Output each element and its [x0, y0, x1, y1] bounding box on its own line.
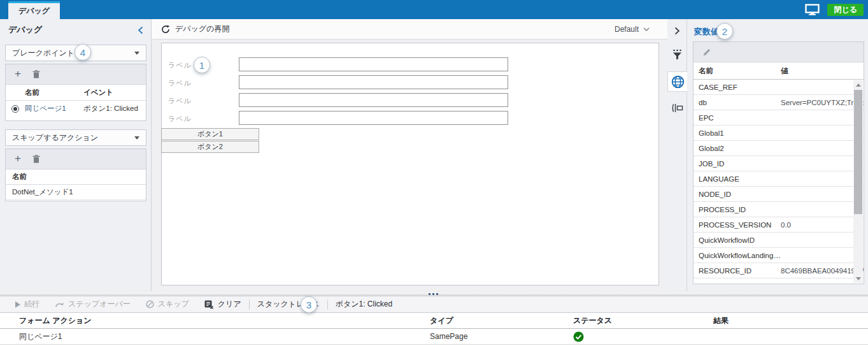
collapse-left-panel-icon[interactable] [138, 26, 143, 34]
scroll-up-icon[interactable] [853, 80, 863, 89]
continue-button[interactable]: 続行 [8, 296, 47, 312]
expand-right-panel-icon[interactable] [667, 24, 687, 38]
col-form-action: フォーム アクション [0, 315, 430, 326]
variables-table-header: 名前 値 [694, 62, 864, 80]
trace-toolbar: 続行 ステップオーバー スキップ クリア スタックトレース ボタン1: Clic… [0, 296, 868, 313]
form-field-label: ラベル [168, 61, 192, 70]
preset-dropdown[interactable]: Default [615, 25, 650, 34]
skip-actions-toolbar: + [6, 149, 146, 169]
step-over-button[interactable]: ステップオーバー [47, 296, 138, 312]
variable-row[interactable]: NODE_ID [694, 187, 864, 202]
filter-icon[interactable] [667, 46, 687, 62]
trace-event-text: ボタン1: Clicked [336, 299, 393, 310]
variable-row[interactable]: EPC [694, 110, 864, 126]
refresh-icon [161, 25, 170, 34]
horizontal-splitter[interactable] [0, 291, 868, 296]
clear-button[interactable]: クリア [197, 296, 249, 312]
variables-card: 名前 値 CASE_REF db Server=PC0UYTXZ;Truste.… [693, 41, 864, 284]
trace-table: フォーム アクション タイプ ステータス 結果 同じページ1 SamePage [0, 313, 868, 345]
form-text-input[interactable] [239, 57, 508, 71]
skip-actions-section-header[interactable]: スキップするアクション [5, 129, 146, 146]
chevron-down-icon [643, 27, 650, 31]
breakpoints-col-name: 名前 [25, 88, 83, 97]
form-button[interactable]: ボタン2 [161, 141, 259, 153]
clear-label: クリア [218, 299, 241, 310]
form-row: ラベル [162, 92, 658, 110]
callout-2: 2 [716, 23, 733, 40]
variable-row[interactable]: CASE_REF [694, 80, 864, 95]
radio-selected-icon[interactable] [11, 105, 19, 113]
variable-name: CASE_REF [694, 83, 781, 91]
form-row: ラベル [162, 74, 658, 92]
skip-actions-col-name: 名前 [6, 169, 146, 185]
skip-action-name: DotNet_メソッド1 [12, 187, 73, 197]
variable-name: QuickWorkflowID [694, 236, 781, 244]
resume-debug-label: デバッグの再開 [175, 24, 229, 34]
variable-name: Global1 [694, 129, 781, 137]
tab-debug-label: デバッグ [18, 6, 50, 17]
form-controls-icon[interactable] [667, 99, 687, 116]
callout-3-number: 3 [306, 299, 311, 310]
continue-label: 続行 [24, 299, 39, 310]
callout-4: 4 [75, 44, 91, 61]
delete-skip-action-button[interactable] [32, 155, 40, 163]
variable-row[interactable]: JOB_ID [694, 156, 864, 171]
col-status: ステータス [573, 315, 713, 326]
step-over-label: ステップオーバー [68, 299, 131, 310]
variable-row[interactable]: QuickWorkflowLandingPa... [694, 248, 864, 263]
variable-row[interactable]: RESOURCE_ID 8C469BBAEA0049419C73... [694, 263, 864, 278]
preview-toolbar: デバッグの再開 Default [152, 19, 667, 40]
delete-breakpoint-button[interactable] [32, 70, 40, 78]
callout-3: 3 [301, 296, 317, 313]
variable-name: Global2 [694, 145, 781, 152]
debug-window: デバッグ 閉じる デバッグ ブレークポイント 4 + [0, 0, 868, 346]
variable-row[interactable]: LANGUAGE [694, 171, 864, 187]
splitter-grip-icon [429, 292, 438, 295]
tab-debug[interactable]: デバッグ [8, 1, 60, 19]
monitor-icon[interactable] [805, 4, 820, 15]
skip-label: スキップ [158, 299, 189, 310]
skip-action-row[interactable]: DotNet_メソッド1 [6, 185, 146, 200]
variable-row[interactable]: QuickWorkflowID [694, 233, 864, 248]
variable-row[interactable]: PROCESS_VERSION 0.0 [694, 217, 864, 233]
variable-row[interactable]: db Server=PC0UYTXZ;Truste... [694, 95, 864, 110]
form-field-label: ラベル [168, 96, 192, 106]
resume-debug-button[interactable]: デバッグの再開 [161, 24, 229, 34]
variable-row[interactable]: Global1 [694, 126, 864, 141]
form-text-input[interactable] [239, 111, 508, 125]
callout-4-number: 4 [80, 47, 85, 58]
variable-name: NODE_ID [694, 191, 781, 198]
skip-button[interactable]: スキップ [138, 296, 197, 312]
variable-value: 0.0 [781, 221, 864, 229]
variables-scrollbar[interactable] [853, 80, 863, 283]
close-button[interactable]: 閉じる [827, 4, 864, 16]
form-field-label: ラベル [168, 78, 192, 88]
form-text-input[interactable] [239, 75, 508, 89]
callout-2-number: 2 [722, 26, 727, 37]
trace-row[interactable]: 同じページ1 SamePage [0, 329, 868, 345]
variable-row[interactable]: Global2 [694, 141, 864, 156]
scroll-down-icon[interactable] [853, 274, 863, 283]
breakpoints-col-event: イベント [83, 88, 146, 97]
clear-list-icon [204, 300, 214, 309]
variable-name: db [694, 99, 781, 106]
add-breakpoint-button[interactable]: + [15, 68, 21, 79]
add-skip-action-button[interactable]: + [15, 153, 21, 164]
breakpoints-toolbar: + [6, 64, 146, 85]
edit-variable-icon[interactable] [702, 48, 711, 57]
col-type: タイプ [430, 315, 573, 326]
variables-panel: 変数値 2 名前 値 CASE_REF [687, 19, 868, 291]
form-rows: ラベル ラベル ラベル ラベル [162, 56, 658, 127]
breakpoint-row[interactable]: 同じページ1 ボタン1: Clicked [6, 101, 146, 117]
preview-panel: デバッグの再開 Default ラベル ラベル [152, 19, 667, 291]
chevron-down-icon [134, 52, 139, 55]
variable-name: LANGUAGE [694, 175, 781, 183]
variables-rows: CASE_REF db Server=PC0UYTXZ;Truste... EP… [694, 80, 864, 278]
globe-icon[interactable] [667, 71, 688, 92]
form-button[interactable]: ボタン1 [161, 128, 259, 140]
form-text-input[interactable] [239, 93, 508, 107]
variable-row[interactable]: PROCESS_ID [694, 202, 864, 217]
debug-sidebar-header: デバッグ [0, 19, 151, 41]
scrollbar-thumb[interactable] [854, 90, 862, 214]
trace-event-label: ボタン1: Clicked [328, 296, 401, 312]
